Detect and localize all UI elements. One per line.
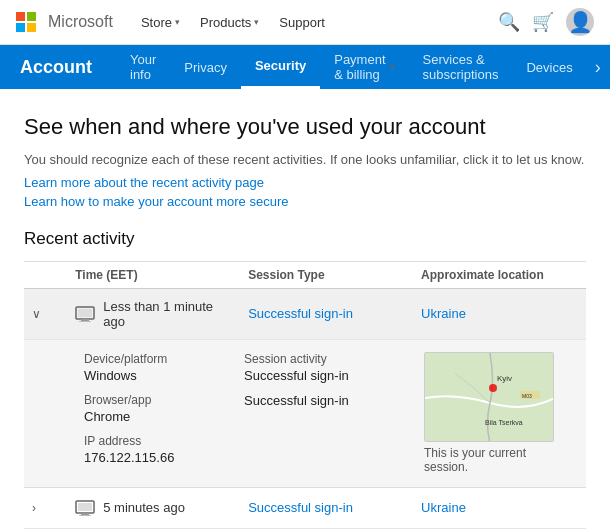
svg-text:Kyiv: Kyiv	[497, 374, 512, 383]
top-nav-icons: 🔍 🛒 👤	[498, 8, 594, 36]
col-location-header: Approximate location	[413, 262, 586, 289]
account-nav-items: Your info Privacy Security Payment & bil…	[116, 45, 609, 89]
products-link[interactable]: Products ▾	[192, 11, 267, 34]
device-platform-value: Windows	[84, 368, 224, 383]
session-link[interactable]: Successful sign-in	[248, 500, 353, 515]
session-cell: Successful sign-in	[240, 288, 413, 339]
expand-cell[interactable]: ›	[24, 487, 67, 528]
svg-rect-13	[79, 515, 91, 516]
learn-activity-link[interactable]: Learn more about the recent activity pag…	[24, 175, 586, 190]
time-cell: Less than 1 minute ago	[67, 288, 240, 339]
expand-cell[interactable]: ›	[24, 528, 67, 532]
device-icon	[75, 304, 95, 324]
svg-rect-11	[78, 503, 92, 511]
top-navigation: Microsoft Store ▾ Products ▾ Support 🔍 🛒…	[0, 0, 610, 45]
support-link[interactable]: Support	[271, 11, 333, 34]
search-icon[interactable]: 🔍	[498, 11, 520, 33]
time-cell: 5 minutes ago	[67, 487, 240, 528]
svg-text:M03: M03	[522, 393, 532, 399]
payment-chevron-icon: ▾	[390, 62, 395, 72]
browser-label: Browser/app	[84, 393, 224, 407]
nav-devices[interactable]: Devices	[512, 45, 586, 89]
device-platform-label: Device/platform	[84, 352, 224, 366]
session-cell: Successful sign-in	[240, 487, 413, 528]
session-cell: Successful sign-in	[240, 528, 413, 532]
main-content: See when and where you've used your acco…	[0, 89, 610, 532]
nav-security[interactable]: Security	[241, 45, 320, 89]
device-icon	[75, 498, 95, 518]
activity-table-container: Time (EET) Session Type Approximate loca…	[24, 261, 586, 532]
svg-point-7	[489, 384, 497, 392]
session-activity-2: Successful sign-in	[244, 393, 404, 408]
table-header-row: Time (EET) Session Type Approximate loca…	[24, 262, 586, 289]
col-expand	[24, 262, 67, 289]
col-time-header: Time (EET)	[67, 262, 240, 289]
user-avatar[interactable]: 👤	[566, 8, 594, 36]
session-activity-label: Session activity	[244, 352, 404, 366]
svg-rect-3	[79, 321, 91, 322]
page-subtitle: You should recognize each of these recen…	[24, 152, 586, 167]
activity-table: Time (EET) Session Type Approximate loca…	[24, 262, 586, 532]
collapse-icon[interactable]: ∨	[32, 307, 41, 321]
location-cell: Ukraine	[413, 528, 586, 532]
location-cell: Ukraine	[413, 288, 586, 339]
svg-rect-12	[81, 513, 89, 515]
location-link[interactable]: Ukraine	[421, 500, 466, 515]
nav-privacy[interactable]: Privacy	[170, 45, 241, 89]
table-row[interactable]: ∨ Less than 1 minute ago Successful sign…	[24, 288, 586, 339]
top-nav-links: Store ▾ Products ▾ Support	[133, 11, 498, 34]
location-cell: Ukraine	[413, 487, 586, 528]
microsoft-brand: Microsoft	[48, 13, 113, 31]
svg-rect-1	[78, 309, 92, 317]
current-session-note: This is your current session.	[424, 446, 570, 474]
account-nav-title: Account	[16, 57, 96, 78]
account-navigation: Account Your info Privacy Security Payme…	[0, 45, 610, 89]
products-chevron-icon: ▾	[254, 17, 259, 27]
session-link[interactable]: Successful sign-in	[248, 306, 353, 321]
nav-payment-billing[interactable]: Payment & billing ▾	[320, 45, 408, 89]
nav-services-subscriptions[interactable]: Services & subscriptions	[409, 45, 513, 89]
detail-content: Device/platform Windows Browser/app Chro…	[24, 340, 586, 487]
location-link[interactable]: Ukraine	[421, 306, 466, 321]
recent-activity-title: Recent activity	[24, 229, 586, 249]
store-link[interactable]: Store ▾	[133, 11, 188, 34]
cart-icon[interactable]: 🛒	[532, 11, 554, 33]
learn-secure-link[interactable]: Learn how to make your account more secu…	[24, 194, 586, 209]
table-row[interactable]: › 6 minutes ago Successful sign-in	[24, 528, 586, 532]
page-title: See when and where you've used your acco…	[24, 113, 586, 142]
expand-icon[interactable]: ›	[32, 501, 36, 515]
map-svg: Kyiv Bila Tserkva M03	[425, 353, 554, 442]
detail-session-col: Session activity Successful sign-in Succ…	[244, 352, 404, 475]
ip-label: IP address	[84, 434, 224, 448]
expand-cell[interactable]: ∨	[24, 288, 67, 339]
svg-rect-2	[81, 319, 89, 321]
microsoft-logo	[16, 12, 36, 32]
session-activity-1: Successful sign-in	[244, 368, 404, 383]
browser-value: Chrome	[84, 409, 224, 424]
time-cell: 6 minutes ago	[67, 528, 240, 532]
ip-value: 176.122.115.66	[84, 450, 224, 465]
table-row[interactable]: › 5 minutes ago Successful sign-in	[24, 487, 586, 528]
store-chevron-icon: ▾	[175, 17, 180, 27]
nav-your-info[interactable]: Your info	[116, 45, 170, 89]
col-session-header: Session Type	[240, 262, 413, 289]
detail-row: Device/platform Windows Browser/app Chro…	[24, 339, 586, 487]
nav-more-icon[interactable]: ›	[587, 57, 609, 78]
map-placeholder: Kyiv Bila Tserkva M03	[424, 352, 554, 442]
svg-text:Bila Tserkva: Bila Tserkva	[485, 419, 523, 426]
detail-map-col: Kyiv Bila Tserkva M03 Th	[424, 352, 570, 475]
detail-device-col: Device/platform Windows Browser/app Chro…	[84, 352, 224, 475]
